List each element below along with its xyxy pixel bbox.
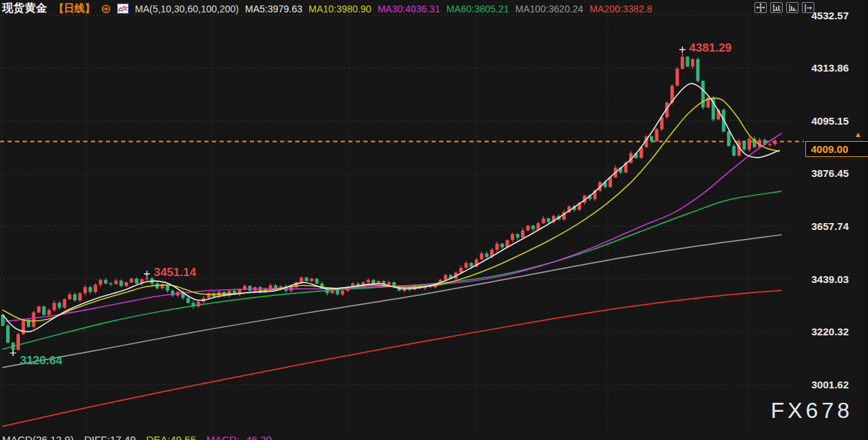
candle-body — [465, 263, 468, 268]
candle-body — [444, 275, 447, 280]
macd-param-label: MACD(26,12,9) — [2, 434, 74, 440]
candle-body — [485, 253, 489, 257]
candle-body — [187, 298, 190, 303]
candle-body — [47, 310, 51, 315]
extreme-price-annotation: 3120.64 — [20, 354, 63, 367]
candle-body — [655, 129, 658, 142]
y-axis-label: 4095.15 — [812, 115, 849, 127]
candle-body — [341, 291, 344, 294]
candle-body — [336, 289, 339, 294]
instrument-title: 现货黄金 — [2, 1, 47, 16]
ma-line-ma200 — [3, 291, 781, 427]
candle-body — [248, 286, 252, 291]
ma-line-ma60 — [3, 191, 781, 349]
candle-body — [125, 282, 128, 286]
candle-body — [526, 226, 529, 231]
candlestick-chart[interactable]: 4532.574313.864095.153876.453657.743439.… — [0, 0, 868, 440]
candle-body — [135, 279, 138, 284]
candle-body — [6, 326, 10, 343]
candle-body — [681, 56, 684, 69]
candle-body — [63, 300, 66, 308]
candle-body — [42, 306, 45, 315]
candle-body — [650, 136, 653, 141]
candle-body — [268, 286, 272, 289]
chart-toolbar — [754, 2, 814, 13]
y-axis-label: 3220.32 — [812, 326, 849, 337]
ma-parameter-label: MA(5,10,30,60,100,200) — [135, 3, 239, 14]
y-axis-label: 3657.74 — [812, 220, 849, 232]
candle-body — [675, 69, 679, 86]
candle-body — [500, 244, 504, 247]
candle-body — [388, 282, 391, 285]
candle-body — [37, 306, 41, 313]
y-axis-label: 3439.03 — [812, 273, 849, 285]
candle-body — [367, 280, 370, 282]
sub-panel-layout-icon[interactable] — [786, 2, 798, 13]
trading-chart-window: 4532.574313.864095.153876.453657.743439.… — [0, 0, 868, 440]
candle-body — [743, 141, 746, 149]
last-price-tag: 4009.00 — [805, 141, 868, 157]
candle-body — [310, 279, 313, 282]
candle-body — [511, 234, 514, 240]
candle-body — [78, 293, 82, 301]
extreme-cross-marker — [679, 46, 686, 52]
target-circle-icon[interactable] — [101, 4, 111, 14]
y-axis-label: 4313.86 — [812, 62, 849, 74]
candle-body — [114, 281, 118, 284]
price-up-arrow-icon: ▲ — [854, 131, 862, 138]
fx678-watermark: FX678 — [771, 398, 853, 423]
candle-body — [32, 313, 35, 327]
mini-chart-icon[interactable] — [117, 3, 129, 14]
candle-body — [516, 234, 520, 238]
candle-body — [171, 291, 174, 295]
exit-panel-icon[interactable] — [802, 2, 814, 13]
right-edge-scroll-strip[interactable] — [865, 0, 868, 440]
macd-diff-value: DIFF:17.49 — [84, 434, 136, 440]
ma10-value: MA10:3980.90 — [308, 3, 371, 14]
macd-pane-header: MACD(26,12,9) DIFF:17.49 DEA:49.55 MACD:… — [2, 434, 272, 440]
ma100-value: MA100:3620.24 — [516, 3, 584, 14]
ma-line-ma10 — [3, 98, 779, 321]
candle-body — [299, 277, 303, 282]
ma5-value: MA5:3979.63 — [245, 3, 302, 14]
candle-body — [496, 244, 499, 250]
candle-body — [542, 218, 545, 223]
candle-body — [197, 302, 200, 306]
candle-body — [701, 81, 705, 107]
extreme-price-annotation: 3451.14 — [154, 266, 196, 279]
ma200-value: MA200:3382.8 — [589, 3, 652, 14]
timeframe-label[interactable]: 【日线】 — [54, 2, 95, 15]
ma-line-ma30 — [3, 134, 781, 322]
candle-body — [191, 303, 195, 306]
candle-body — [58, 303, 61, 308]
candle-body — [104, 280, 107, 283]
candle-body — [727, 132, 730, 146]
candle-body — [372, 280, 375, 283]
candle-body — [89, 287, 92, 292]
candle-body — [11, 343, 14, 350]
extreme-price-annotation: 4381.29 — [689, 41, 731, 54]
macd-dea-value: DEA:49.55 — [146, 434, 196, 440]
candle-body — [145, 278, 149, 279]
candle-body — [469, 263, 473, 266]
extreme-cross-marker — [10, 350, 16, 356]
extreme-cross-marker — [144, 271, 150, 277]
candle-body — [17, 334, 20, 350]
candle-body — [696, 59, 699, 81]
candle-body — [521, 231, 525, 238]
main-panel-layout-icon[interactable] — [770, 2, 783, 13]
candle-body — [73, 294, 76, 300]
candle-body — [315, 279, 319, 284]
candle-body — [305, 277, 308, 281]
candle-body — [686, 56, 689, 66]
ma30-value: MA30:4036.31 — [377, 3, 440, 14]
candle-body — [83, 287, 87, 293]
candle-body — [120, 281, 123, 286]
candle-body — [480, 253, 483, 260]
candle-body — [547, 218, 550, 222]
candle-body — [459, 268, 463, 273]
candle-body — [109, 284, 113, 284]
y-axis-label: 4532.57 — [812, 10, 849, 21]
pan-tool-icon[interactable] — [754, 2, 767, 13]
y-axis-label: 3876.45 — [812, 167, 849, 179]
